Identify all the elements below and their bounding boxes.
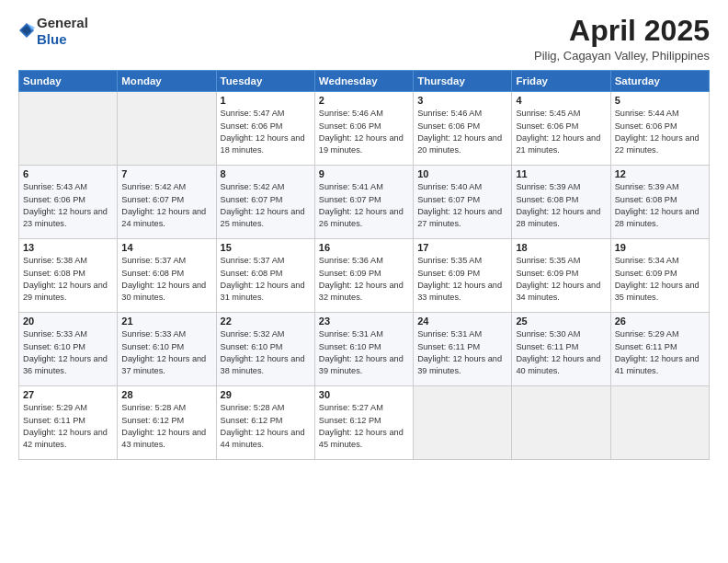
day-cell: 7Sunrise: 5:42 AMSunset: 6:07 PMDaylight…: [118, 166, 216, 239]
col-monday: Monday: [118, 71, 216, 92]
day-number: 18: [516, 242, 606, 253]
day-detail: Sunrise: 5:34 AMSunset: 6:09 PMDaylight:…: [615, 255, 705, 304]
day-detail: Sunrise: 5:37 AMSunset: 6:08 PMDaylight:…: [221, 255, 311, 304]
day-cell: 25Sunrise: 5:30 AMSunset: 6:11 PMDayligh…: [512, 313, 610, 386]
day-number: 15: [221, 242, 311, 253]
day-cell: 10Sunrise: 5:40 AMSunset: 6:07 PMDayligh…: [414, 166, 512, 239]
day-cell: 13Sunrise: 5:38 AMSunset: 6:08 PMDayligh…: [19, 239, 118, 313]
day-number: 10: [417, 168, 507, 179]
day-number: 22: [221, 316, 311, 327]
day-detail: Sunrise: 5:46 AMSunset: 6:06 PMDaylight:…: [417, 108, 507, 156]
col-thursday: Thursday: [414, 71, 512, 92]
day-number: 9: [319, 168, 409, 179]
day-detail: Sunrise: 5:42 AMSunset: 6:07 PMDaylight:…: [121, 181, 211, 230]
day-cell: [610, 386, 709, 460]
day-detail: Sunrise: 5:44 AMSunset: 6:06 PMDaylight:…: [615, 108, 705, 156]
calendar-table: Sunday Monday Tuesday Wednesday Thursday…: [18, 70, 710, 460]
day-cell: [512, 386, 610, 460]
day-cell: 6Sunrise: 5:43 AMSunset: 6:06 PMDaylight…: [19, 166, 118, 239]
header-row: Sunday Monday Tuesday Wednesday Thursday…: [19, 71, 710, 92]
day-detail: Sunrise: 5:29 AMSunset: 6:11 PMDaylight:…: [615, 328, 705, 377]
day-number: 14: [121, 242, 211, 253]
day-detail: Sunrise: 5:41 AMSunset: 6:07 PMDaylight:…: [319, 181, 409, 230]
day-cell: 12Sunrise: 5:39 AMSunset: 6:08 PMDayligh…: [610, 166, 709, 239]
logo-icon: [18, 22, 35, 39]
day-detail: Sunrise: 5:31 AMSunset: 6:10 PMDaylight:…: [319, 328, 409, 377]
day-number: 12: [615, 168, 705, 179]
day-cell: 19Sunrise: 5:34 AMSunset: 6:09 PMDayligh…: [610, 239, 709, 313]
day-cell: 29Sunrise: 5:28 AMSunset: 6:12 PMDayligh…: [216, 386, 314, 460]
day-detail: Sunrise: 5:45 AMSunset: 6:06 PMDaylight:…: [516, 108, 606, 156]
col-sunday: Sunday: [19, 71, 118, 92]
title-block: April 2025 Pilig, Cagayan Valley, Philip…: [534, 15, 710, 63]
day-cell: [19, 92, 118, 166]
day-cell: 11Sunrise: 5:39 AMSunset: 6:08 PMDayligh…: [512, 166, 610, 239]
day-number: 2: [319, 95, 409, 106]
logo-text: General Blue: [37, 15, 88, 48]
col-friday: Friday: [512, 71, 610, 92]
day-detail: Sunrise: 5:39 AMSunset: 6:08 PMDaylight:…: [615, 181, 705, 230]
day-detail: Sunrise: 5:29 AMSunset: 6:11 PMDaylight:…: [23, 402, 113, 451]
day-cell: 9Sunrise: 5:41 AMSunset: 6:07 PMDaylight…: [314, 166, 413, 239]
day-number: 4: [516, 95, 606, 106]
subtitle: Pilig, Cagayan Valley, Philippines: [534, 49, 710, 63]
day-number: 3: [417, 95, 507, 106]
day-cell: 22Sunrise: 5:32 AMSunset: 6:10 PMDayligh…: [216, 313, 314, 386]
week-row-0: 1Sunrise: 5:47 AMSunset: 6:06 PMDaylight…: [19, 92, 710, 166]
day-cell: [118, 92, 216, 166]
logo: General Blue: [18, 15, 88, 48]
day-number: 17: [417, 242, 507, 253]
day-detail: Sunrise: 5:28 AMSunset: 6:12 PMDaylight:…: [121, 402, 211, 451]
day-cell: [414, 386, 512, 460]
page: General Blue April 2025 Pilig, Cagayan V…: [0, 0, 728, 563]
day-number: 5: [615, 95, 705, 106]
day-number: 16: [319, 242, 409, 253]
main-title: April 2025: [534, 15, 710, 47]
day-detail: Sunrise: 5:38 AMSunset: 6:08 PMDaylight:…: [23, 255, 113, 304]
day-cell: 3Sunrise: 5:46 AMSunset: 6:06 PMDaylight…: [414, 92, 512, 166]
day-detail: Sunrise: 5:32 AMSunset: 6:10 PMDaylight:…: [221, 328, 311, 377]
day-cell: 1Sunrise: 5:47 AMSunset: 6:06 PMDaylight…: [216, 92, 314, 166]
day-detail: Sunrise: 5:43 AMSunset: 6:06 PMDaylight:…: [23, 181, 113, 230]
day-cell: 16Sunrise: 5:36 AMSunset: 6:09 PMDayligh…: [314, 239, 413, 313]
day-cell: 27Sunrise: 5:29 AMSunset: 6:11 PMDayligh…: [19, 386, 118, 460]
day-detail: Sunrise: 5:37 AMSunset: 6:08 PMDaylight:…: [121, 255, 211, 304]
week-row-2: 13Sunrise: 5:38 AMSunset: 6:08 PMDayligh…: [19, 239, 710, 313]
week-row-3: 20Sunrise: 5:33 AMSunset: 6:10 PMDayligh…: [19, 313, 710, 386]
day-detail: Sunrise: 5:35 AMSunset: 6:09 PMDaylight:…: [417, 255, 507, 304]
day-number: 23: [319, 316, 409, 327]
day-cell: 24Sunrise: 5:31 AMSunset: 6:11 PMDayligh…: [414, 313, 512, 386]
day-detail: Sunrise: 5:27 AMSunset: 6:12 PMDaylight:…: [319, 402, 409, 451]
day-number: 19: [615, 242, 705, 253]
day-number: 20: [23, 316, 113, 327]
day-detail: Sunrise: 5:28 AMSunset: 6:12 PMDaylight:…: [221, 402, 311, 451]
day-detail: Sunrise: 5:42 AMSunset: 6:07 PMDaylight:…: [221, 181, 311, 230]
day-cell: 30Sunrise: 5:27 AMSunset: 6:12 PMDayligh…: [314, 386, 413, 460]
day-detail: Sunrise: 5:46 AMSunset: 6:06 PMDaylight:…: [319, 108, 409, 156]
day-cell: 2Sunrise: 5:46 AMSunset: 6:06 PMDaylight…: [314, 92, 413, 166]
day-cell: 15Sunrise: 5:37 AMSunset: 6:08 PMDayligh…: [216, 239, 314, 313]
day-cell: 23Sunrise: 5:31 AMSunset: 6:10 PMDayligh…: [314, 313, 413, 386]
day-cell: 18Sunrise: 5:35 AMSunset: 6:09 PMDayligh…: [512, 239, 610, 313]
day-number: 25: [516, 316, 606, 327]
day-detail: Sunrise: 5:33 AMSunset: 6:10 PMDaylight:…: [23, 328, 113, 377]
day-number: 8: [221, 168, 311, 179]
day-detail: Sunrise: 5:31 AMSunset: 6:11 PMDaylight:…: [417, 328, 507, 377]
col-wednesday: Wednesday: [314, 71, 413, 92]
day-cell: 14Sunrise: 5:37 AMSunset: 6:08 PMDayligh…: [118, 239, 216, 313]
day-cell: 17Sunrise: 5:35 AMSunset: 6:09 PMDayligh…: [414, 239, 512, 313]
day-detail: Sunrise: 5:40 AMSunset: 6:07 PMDaylight:…: [417, 181, 507, 230]
logo-general: General: [37, 15, 88, 30]
day-number: 6: [23, 168, 113, 179]
day-number: 29: [221, 389, 311, 400]
day-cell: 21Sunrise: 5:33 AMSunset: 6:10 PMDayligh…: [118, 313, 216, 386]
day-detail: Sunrise: 5:35 AMSunset: 6:09 PMDaylight:…: [516, 255, 606, 304]
week-row-4: 27Sunrise: 5:29 AMSunset: 6:11 PMDayligh…: [19, 386, 710, 460]
day-detail: Sunrise: 5:47 AMSunset: 6:06 PMDaylight:…: [221, 108, 311, 156]
day-number: 27: [23, 389, 113, 400]
day-cell: 26Sunrise: 5:29 AMSunset: 6:11 PMDayligh…: [610, 313, 709, 386]
week-row-1: 6Sunrise: 5:43 AMSunset: 6:06 PMDaylight…: [19, 166, 710, 239]
day-detail: Sunrise: 5:39 AMSunset: 6:08 PMDaylight:…: [516, 181, 606, 230]
col-tuesday: Tuesday: [216, 71, 314, 92]
header: General Blue April 2025 Pilig, Cagayan V…: [18, 15, 710, 63]
